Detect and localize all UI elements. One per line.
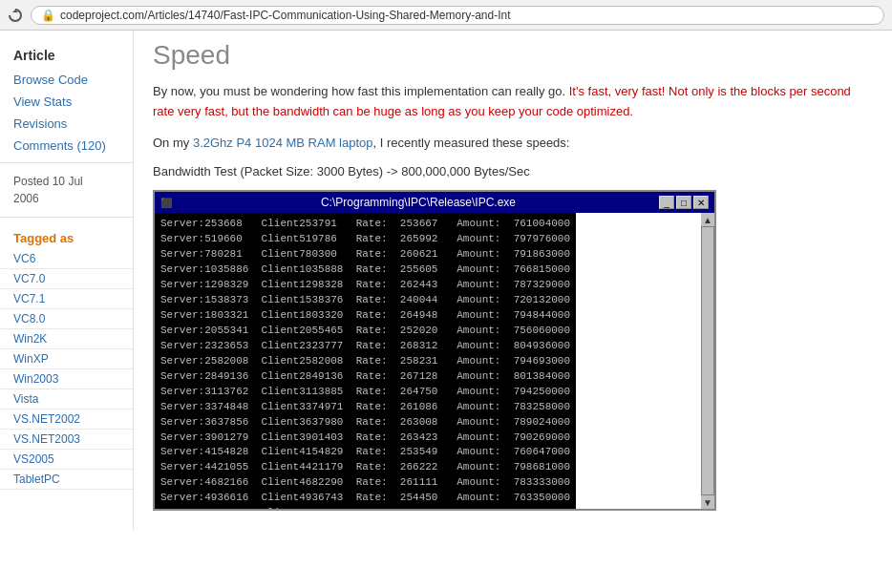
tag-vc6[interactable]: VC6 (0, 249, 133, 269)
posted-text: Posted 10 Jul 2006 (0, 169, 133, 211)
refresh-icon[interactable] (8, 8, 23, 23)
tag-win2003[interactable]: Win2003 (0, 369, 133, 389)
tag-vsnet2002[interactable]: VS.NET2002 (0, 410, 133, 430)
console-title: C:\Programming\IPC\Release\IPC.exe (321, 196, 516, 209)
url-text: codeproject.com/Articles/14740/Fast-IPC-… (60, 9, 511, 22)
scrollbar-down-btn[interactable]: ▼ (701, 495, 714, 509)
bandwidth-text: Bandwidth Test (Packet Size: 3000 Bytes)… (153, 164, 873, 178)
sidebar-link-comments[interactable]: Comments (120) (0, 135, 133, 157)
main-content: Speed By now, you must be wondering how … (134, 31, 892, 530)
page-layout: Article Browse Code View Stats Revisions… (0, 31, 892, 530)
sidebar-link-revisions[interactable]: Revisions (0, 113, 133, 135)
url-bar[interactable]: 🔒 codeproject.com/Articles/14740/Fast-IP… (31, 6, 884, 25)
sidebar-divider-2 (0, 217, 133, 218)
scrollbar-up-btn[interactable]: ▲ (701, 213, 714, 226)
sidebar-link-view-stats[interactable]: View Stats (0, 91, 133, 113)
measured-paragraph: On my 3.2Ghz P4 1024 MB RAM laptop, I re… (153, 134, 873, 154)
section-title: Speed (153, 40, 873, 71)
sidebar: Article Browse Code View Stats Revisions… (0, 31, 134, 530)
tag-vsnet2003[interactable]: VS.NET2003 (0, 430, 133, 450)
laptop-link[interactable]: 3.2Ghz P4 1024 MB RAM laptop (193, 136, 373, 150)
console-body-wrapper: Server:253668 Client253791 Rate: 253667 … (155, 213, 714, 509)
tagged-as-title: Tagged as (0, 223, 133, 249)
tag-vista[interactable]: Vista (0, 389, 133, 410)
sidebar-divider (0, 162, 133, 163)
console-minimize-btn[interactable]: _ (659, 196, 674, 209)
console-scrollbar[interactable]: ▲ ▼ (701, 213, 714, 509)
browser-bar: 🔒 codeproject.com/Articles/14740/Fast-IP… (0, 0, 892, 31)
console-window: ⬛ C:\Programming\IPC\Release\IPC.exe _ □… (153, 190, 716, 511)
sidebar-link-browse-code[interactable]: Browse Code (0, 69, 133, 91)
intro-paragraph: By now, you must be wondering how fast t… (153, 82, 873, 122)
sidebar-article-title: Article (0, 40, 133, 69)
tag-winxp[interactable]: WinXP (0, 349, 133, 369)
console-maximize-btn[interactable]: □ (676, 196, 691, 209)
tag-vc71[interactable]: VC7.1 (0, 289, 133, 309)
tag-win2k[interactable]: Win2K (0, 329, 133, 349)
tag-vc70[interactable]: VC7.0 (0, 269, 133, 289)
lock-icon: 🔒 (41, 9, 55, 22)
highlight-fast: It's fast, very fast! Not only is the bl… (153, 84, 851, 118)
tag-tabletpc[interactable]: TabletPC (0, 470, 133, 490)
console-titlebar: ⬛ C:\Programming\IPC\Release\IPC.exe _ □… (155, 192, 714, 213)
scrollbar-thumb[interactable] (702, 227, 713, 494)
console-buttons: _ □ ✕ (659, 196, 709, 209)
tag-vs2005[interactable]: VS2005 (0, 450, 133, 470)
console-close-btn[interactable]: ✕ (693, 196, 709, 209)
tag-vc80[interactable]: VC8.0 (0, 309, 133, 329)
console-icon: ⬛ (160, 198, 172, 208)
console-body: Server:253668 Client253791 Rate: 253667 … (155, 213, 576, 509)
